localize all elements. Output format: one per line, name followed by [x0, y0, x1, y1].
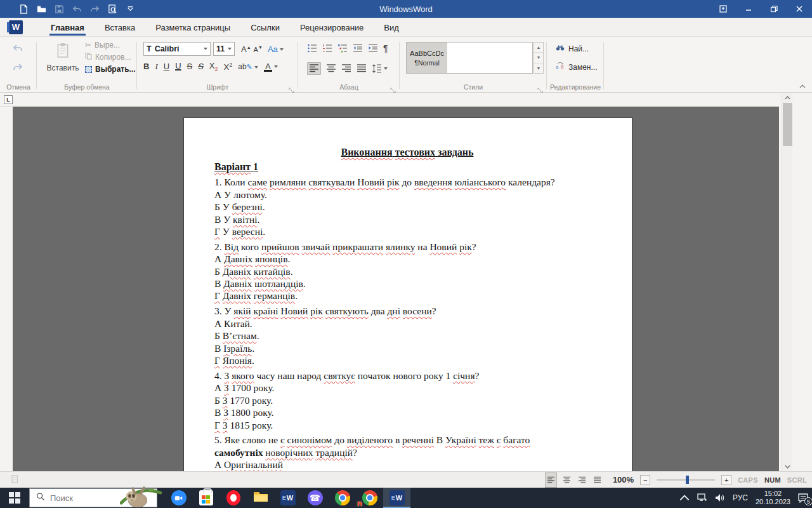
new-document-icon[interactable]: [18, 3, 29, 15]
taskbar-app-store[interactable]: [192, 488, 219, 508]
windowsword-icon: EW: [390, 490, 405, 505]
font-size-combo[interactable]: 11: [213, 42, 235, 56]
taskbar-app-windowsword-active[interactable]: EW: [383, 488, 410, 508]
undo-icon[interactable]: [71, 3, 82, 15]
ribbon: Отмена Вставить ✂ Выре... Копиров...: [0, 37, 812, 93]
increase-indent-icon[interactable]: [368, 43, 378, 53]
undo-ribbon-icon[interactable]: [13, 43, 23, 53]
shrink-font-button[interactable]: A▼: [254, 45, 263, 53]
minimize-button[interactable]: [736, 0, 761, 18]
copy-button[interactable]: Копиров...: [85, 53, 136, 62]
notification-center-icon[interactable]: 5: [798, 493, 808, 503]
multilevel-list-icon[interactable]: [337, 43, 348, 53]
panel-toggle-icon[interactable]: [710, 0, 736, 18]
start-button[interactable]: [0, 488, 29, 508]
select-button[interactable]: Выбрать...: [85, 65, 136, 74]
close-button[interactable]: [787, 0, 812, 18]
grow-font-button[interactable]: A▲: [241, 44, 251, 54]
zoom-slider[interactable]: [657, 479, 715, 481]
scrollbar-track[interactable]: [782, 93, 792, 471]
italic-button[interactable]: I: [155, 62, 157, 72]
double-strikethrough-button[interactable]: S: [198, 62, 204, 71]
bold-button[interactable]: B: [143, 62, 149, 71]
scroll-down-icon[interactable]: [782, 462, 793, 471]
restore-button[interactable]: [761, 0, 787, 18]
document-paragraph: 1. Коли саме римляни святкували Новий рі…: [214, 176, 600, 188]
tab-recenzirovanie[interactable]: Рецензирование: [299, 19, 365, 36]
status-justify-icon[interactable]: [592, 473, 603, 487]
status-align-right-icon[interactable]: [577, 473, 587, 487]
n-letter-badge: n: [357, 498, 362, 508]
qat-dropdown-icon[interactable]: [124, 3, 136, 15]
taskbar-search[interactable]: [29, 488, 157, 507]
status-align-left-icon[interactable]: [545, 472, 557, 488]
show-formatting-marks-icon[interactable]: ¶: [383, 43, 388, 53]
document-paragraph: Г Давніх германців.: [214, 290, 600, 302]
document-page[interactable]: Виконання тестових завданьВаріант 11. Ко…: [184, 118, 632, 471]
tray-date: 20.10.2023: [756, 498, 790, 506]
print-preview-icon[interactable]: [107, 3, 118, 15]
line-spacing-button[interactable]: [372, 64, 388, 74]
font-color-button[interactable]: A: [264, 62, 278, 72]
font-row-2: B I U U S S X2 X2 ab✎ A: [143, 61, 278, 72]
underline-button[interactable]: U: [164, 62, 169, 71]
subscript-button[interactable]: X2: [209, 61, 218, 72]
volume-icon[interactable]: [715, 493, 725, 503]
taskbar-app-zoom[interactable]: [165, 488, 192, 508]
gallery-up-icon[interactable]: ▲: [534, 43, 543, 53]
status-align-center-icon[interactable]: [561, 473, 572, 487]
open-folder-icon[interactable]: [36, 3, 47, 15]
tab-ssylki[interactable]: Ссылки: [249, 19, 281, 36]
redo-icon[interactable]: [89, 3, 100, 15]
network-icon[interactable]: [697, 493, 707, 503]
clock[interactable]: 15:02 20.10.2023: [756, 490, 790, 506]
style-normal[interactable]: AaBbCcDc ¶Normal: [407, 43, 447, 73]
document-paragraph: В З 1800 року.: [214, 406, 600, 418]
justify-button[interactable]: [357, 64, 367, 74]
find-button[interactable]: Най...: [556, 43, 597, 54]
tab-vid[interactable]: Вид: [383, 19, 400, 36]
font-row-1: Т Calibri 11 A▲ A▼ Aa: [143, 42, 284, 56]
scrollbar-thumb[interactable]: [783, 103, 792, 146]
tab-vstavka[interactable]: Вставка: [103, 19, 136, 36]
replace-button[interactable]: aб Замен...: [556, 62, 597, 72]
font-family-combo[interactable]: Т Calibri: [143, 42, 211, 56]
align-right-button[interactable]: [341, 64, 351, 74]
collapse-ribbon-icon[interactable]: [799, 83, 806, 90]
microsoft-store-icon: [199, 490, 213, 505]
taskbar-app-opera[interactable]: [219, 488, 247, 508]
style-name: ¶Normal: [414, 59, 439, 67]
numbered-list-icon[interactable]: [322, 43, 332, 53]
zoom-out-button[interactable]: −: [640, 475, 650, 485]
tab-razmetka[interactable]: Разметка страницы: [154, 19, 232, 36]
tab-stop-selector[interactable]: L: [4, 95, 13, 104]
taskbar-app-explorer[interactable]: [247, 488, 274, 508]
bullet-list-icon[interactable]: [307, 43, 317, 53]
zoom-in-button[interactable]: +: [721, 475, 731, 485]
cut-button[interactable]: ✂ Выре...: [85, 41, 136, 50]
superscript-button[interactable]: X2: [224, 62, 233, 72]
change-case-button[interactable]: Aa: [268, 44, 284, 54]
gallery-down-icon[interactable]: ▼: [534, 53, 543, 63]
taskbar-app-browser-n[interactable]: n: [356, 488, 383, 508]
taskbar-app-chrome[interactable]: [329, 488, 356, 508]
search-input[interactable]: [50, 493, 126, 503]
tab-glavnaya[interactable]: Главная: [49, 19, 86, 36]
taskbar-app-windowsword[interactable]: EW: [274, 488, 301, 508]
save-icon[interactable]: [53, 3, 65, 15]
strikethrough-button[interactable]: S: [187, 62, 193, 71]
taskbar-app-viber[interactable]: ☎: [301, 488, 329, 508]
highlight-button[interactable]: ab✎: [238, 62, 258, 71]
align-left-button[interactable]: [307, 62, 321, 75]
decrease-indent-icon[interactable]: [353, 43, 363, 53]
keyboard-language[interactable]: РУС: [733, 493, 748, 502]
redo-ribbon-icon[interactable]: [13, 62, 23, 72]
double-underline-button[interactable]: U: [175, 62, 181, 71]
zoom-level: 100%: [613, 475, 634, 485]
zoom-slider-thumb[interactable]: [686, 476, 689, 484]
paste-button[interactable]: Вставить: [44, 42, 81, 72]
hidden-icons-chevron-icon[interactable]: [679, 493, 690, 503]
align-center-button[interactable]: [326, 64, 336, 74]
scroll-up-icon[interactable]: [782, 93, 793, 102]
gallery-more-icon[interactable]: ▼: [534, 64, 543, 73]
